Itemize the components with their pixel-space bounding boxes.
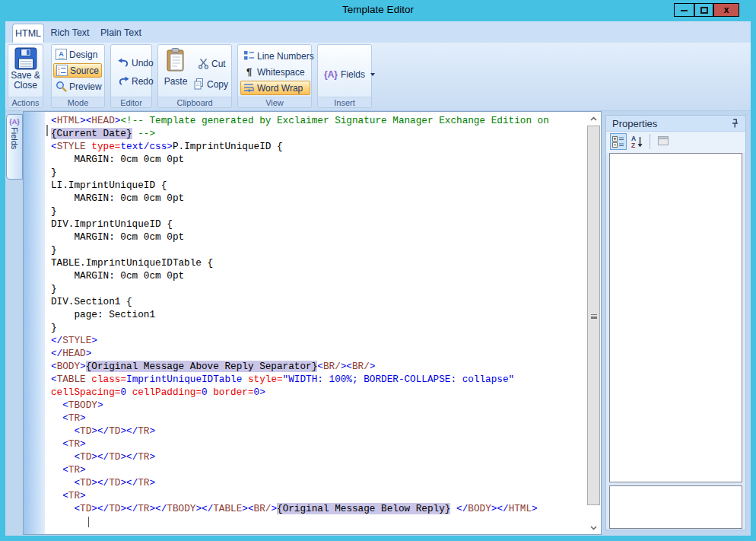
template-editor-window: Template Editor x HTML Rich Text Plain T…: [0, 0, 756, 541]
whitespace-label: Whitespace: [257, 67, 305, 78]
editor-vscrollbar[interactable]: [587, 113, 600, 534]
code-line: </HEAD>: [51, 347, 591, 360]
preview-icon: [56, 81, 67, 92]
design-icon: A: [56, 49, 67, 60]
line-numbers-icon: [243, 50, 255, 62]
preview-button[interactable]: Preview: [53, 79, 102, 94]
undo-button[interactable]: Undo: [116, 56, 154, 70]
paste-label: Paste: [162, 76, 189, 87]
redo-icon: [118, 75, 129, 87]
properties-header: Properties: [606, 116, 745, 132]
scroll-track[interactable]: [587, 505, 600, 521]
code-line: DIV.ImprintUniqueID {: [51, 218, 591, 231]
svg-text:2: 2: [58, 71, 60, 75]
cut-icon: [198, 58, 209, 69]
tab-plain-text[interactable]: Plain Text: [98, 24, 144, 43]
code-line: TABLE.ImprintUniqueIDTable {: [51, 256, 591, 269]
save-close-label-2: Close: [8, 81, 43, 91]
scroll-down-icon: [587, 521, 600, 534]
design-button[interactable]: A Design: [53, 47, 97, 62]
group-label-insert: Insert: [318, 97, 371, 107]
ribbon-group-insert: {A} Fields Insert: [317, 44, 372, 108]
code-line: cellSpacing=0 cellPadding=0 border=0>: [51, 386, 591, 399]
code-line: }: [51, 282, 591, 295]
code-line: <TD></TD></TR>: [51, 476, 591, 489]
scroll-down-button[interactable]: [587, 521, 600, 534]
code-line: MARGIN: 0cm 0cm 0pt: [51, 231, 591, 243]
redo-button[interactable]: Redo: [116, 74, 154, 88]
scroll-up-button[interactable]: [587, 113, 600, 126]
save-close-button[interactable]: Save & Close: [8, 47, 43, 91]
properties-title: Properties: [612, 118, 657, 129]
change-mark: [46, 125, 48, 136]
code-line: }: [51, 166, 591, 179]
paste-button[interactable]: Paste: [162, 48, 189, 87]
ribbon-group-actions: Save & Close Actions: [8, 44, 43, 108]
source-button[interactable]: 1 2 Source: [53, 63, 102, 78]
alphabetical-button[interactable]: A Z: [629, 133, 646, 150]
code-line: <TR>: [51, 489, 591, 502]
property-pages-button: [655, 133, 672, 150]
minimize-icon: [681, 10, 688, 11]
scroll-thumb[interactable]: [587, 126, 600, 505]
fields-dropdown-icon: [370, 73, 375, 76]
undo-label: Undo: [132, 58, 154, 68]
close-button[interactable]: x: [713, 3, 739, 17]
fields-label: Fields: [341, 69, 365, 80]
titlebar: Template Editor x: [0, 0, 756, 21]
editor-margin: [24, 112, 45, 534]
code-line: }: [51, 321, 591, 334]
code-line: <BODY>{Original Message Above Reply Sepa…: [51, 360, 591, 373]
scroll-up-icon: [587, 113, 600, 126]
word-wrap-button[interactable]: Word Wrap: [240, 81, 310, 95]
fields-button[interactable]: {A} Fields: [324, 67, 375, 82]
code-line: MARGIN: 0cm 0cm 0pt: [51, 269, 591, 282]
close-icon: x: [724, 5, 729, 15]
line-numbers-button[interactable]: Line Numbers: [241, 49, 314, 63]
code-line: <HTML><HEAD><!-- Template generated by E…: [51, 114, 591, 127]
categorized-button[interactable]: [610, 133, 627, 150]
code-line: {Current Date} -->: [51, 127, 591, 140]
code-line: <TD></TD></TR>: [51, 425, 591, 438]
properties-description: [609, 485, 742, 529]
window-title: Template Editor: [0, 4, 756, 15]
code-editor[interactable]: <HTML><HEAD><!-- Template generated by E…: [23, 111, 602, 535]
code-line: <TR>: [51, 463, 591, 476]
source-label: Source: [70, 65, 99, 76]
maximize-button[interactable]: [694, 3, 713, 17]
code-line: <TD></TD></TR>: [51, 450, 591, 463]
copy-button[interactable]: Copy: [191, 77, 228, 91]
tab-html[interactable]: HTML: [12, 24, 44, 43]
redo-label: Redo: [132, 76, 154, 87]
fields-side-tab[interactable]: {A} Fields: [6, 114, 23, 180]
code-line: <TR>: [51, 438, 591, 450]
code-line: <STYLE type=text/css>P.ImprintUniqueID {: [51, 140, 591, 153]
pin-icon[interactable]: [731, 119, 739, 129]
group-label-editor: Editor: [111, 97, 151, 107]
minimize-button[interactable]: [674, 3, 694, 17]
maximize-icon: [700, 7, 708, 14]
cut-button[interactable]: Cut: [195, 56, 226, 71]
code-line: <TABLE class=ImprintUniqueIDTable style=…: [51, 373, 591, 386]
ribbon-group-view: Line Numbers ¶ Whitespace Word Wrap: [237, 44, 312, 108]
code-line: </STYLE>: [51, 334, 591, 347]
fields-tab-label: Fields: [10, 127, 19, 149]
tab-rich-text[interactable]: Rich Text: [49, 24, 91, 43]
code-line: <TR>: [51, 412, 591, 425]
fields-icon: {A}: [324, 69, 338, 80]
copy-label: Copy: [207, 79, 228, 90]
whitespace-icon: ¶: [243, 66, 255, 78]
properties-list[interactable]: [609, 153, 742, 482]
scroll-grip-icon: [591, 314, 597, 319]
code-line: MARGIN: 0cm 0cm 0pt: [51, 153, 591, 166]
property-pages-icon: [657, 135, 669, 147]
ribbon-group-clipboard: Paste Cut: [157, 44, 232, 108]
code-line: }: [51, 243, 591, 256]
whitespace-button[interactable]: ¶ Whitespace: [241, 65, 305, 79]
code-line: LI.ImprintUniqueID {: [51, 179, 591, 192]
toolbar-separator: [650, 134, 650, 149]
ribbon-group-editor: Undo Redo Editor: [110, 44, 152, 108]
code-line: page: Section1: [51, 308, 591, 321]
client-area: HTML Rich Text Plain Text Save &: [5, 21, 751, 536]
alphabetical-icon: A Z: [631, 135, 644, 148]
